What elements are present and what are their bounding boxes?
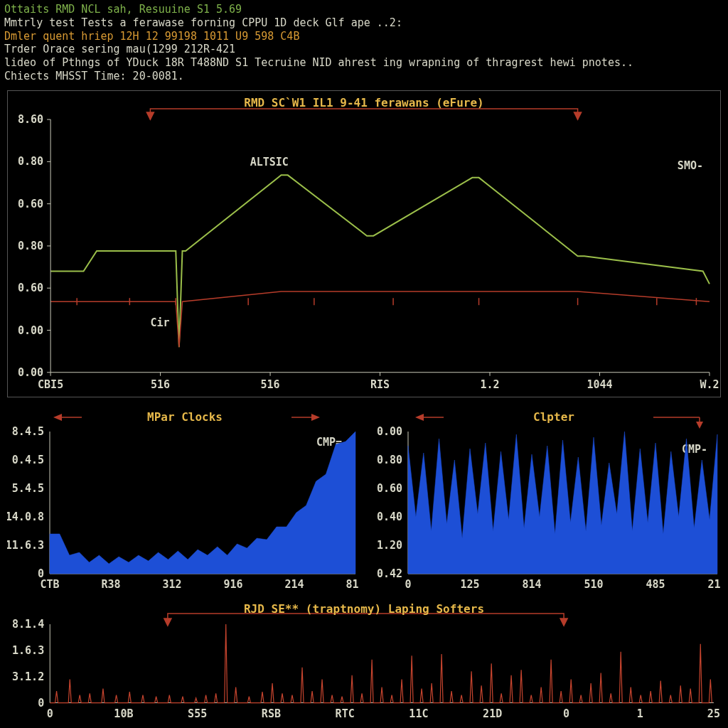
svg-text:RIS: RIS [370,378,390,390]
chart-top-yticks: 0.000.000.600.800.600.808.60 [18,113,50,379]
chart-bottom-svg: RJD SE** (traptnomy) Laping Softers 03.1… [7,603,721,721]
chart-top-xticks: CBI5516516RIS1.21044W.2 [38,372,719,390]
svg-text:8.60: 8.60 [18,113,43,126]
svg-text:R38: R38 [101,578,120,591]
chart-top-svg: RMD SC`W1 IL1 9-41 ferawans (eFure) 0.00… [8,91,720,397]
svg-text:516: 516 [261,378,280,390]
svg-text:516: 516 [151,378,170,390]
svg-text:CTB: CTB [40,578,59,591]
svg-text:0.00: 0.00 [18,323,43,336]
svg-text:214: 214 [284,578,304,591]
svg-marker-1 [574,112,582,119]
svg-text:0.60: 0.60 [18,282,43,294]
svg-marker-61 [415,414,424,421]
svg-text:3.1.2: 3.1.2 [12,670,44,682]
chart-mpar-xticks: CTBR38312916214816 [40,578,359,591]
svg-marker-45 [311,414,320,421]
svg-text:25: 25 [707,707,720,719]
svg-text:0: 0 [563,707,569,719]
svg-text:0: 0 [38,696,44,709]
chart-clpter-xticks: 0125814510485216 [405,578,721,591]
svg-text:10B: 10B [114,707,133,719]
header-line-0: Ottaits RMD NCL sah, Resuuine S1 5.69 [4,3,724,16]
chart-mpar-svg: MPar Clocks CMP= 011.6.314.0.85.4.50.4.5… [7,403,359,599]
header-line-1: Mmtrly test Tests a ferawase forning CPP… [4,16,724,30]
chart-clpter-panel: Clpter CMP- 0.421.200.400.600.800.00 012… [369,403,721,599]
svg-text:8.4.5: 8.4.5 [12,425,44,438]
chart-mpar-plot [50,432,355,574]
svg-text:0: 0 [47,707,53,719]
svg-text:S55: S55 [188,707,207,719]
svg-text:1.6.3: 1.6.3 [12,643,44,656]
svg-text:0.80: 0.80 [18,155,43,168]
svg-text:0.80: 0.80 [377,454,402,466]
header-line-4: lideo of Pthngs of YDuck 18R T488ND S1 T… [4,56,724,70]
svg-text:216: 216 [707,578,721,591]
chart-mpar-panel: MPar Clocks CMP= 011.6.314.0.85.4.50.4.5… [7,403,359,599]
chart-bottom-title: RJD SE** (traptnomy) Laping Softers [244,603,484,616]
svg-text:8.1.4: 8.1.4 [12,618,44,631]
legend-cir: Cir [150,316,169,328]
chart-clpter-plot [408,432,717,574]
svg-marker-79 [164,619,171,626]
svg-text:0.60: 0.60 [377,482,402,495]
svg-text:1: 1 [637,707,643,719]
svg-text:485: 485 [646,578,665,591]
svg-marker-64 [696,422,703,429]
svg-text:0.40: 0.40 [377,510,402,523]
header-line-5: Chiects MHSST Time: 20-0081. [4,70,724,83]
chart-bottom-xticks: 010BS55RSBRTC11C21D0125 [47,707,720,719]
svg-text:1.20: 1.20 [377,539,402,552]
svg-text:11.6.3: 11.6.3 [7,539,44,552]
svg-text:RSB: RSB [262,707,281,719]
svg-text:0.00: 0.00 [18,365,43,378]
bracket-top [146,109,581,119]
svg-text:814: 814 [522,578,541,591]
svg-text:1.2: 1.2 [480,378,499,390]
chart-row-middle: MPar Clocks CMP= 011.6.314.0.85.4.50.4.5… [7,403,721,599]
svg-text:14.0.8: 14.0.8 [7,510,44,523]
svg-text:0: 0 [405,578,411,591]
svg-text:5.4.5: 5.4.5 [12,482,44,495]
chart-clpter-yticks: 0.421.200.400.600.800.00 [377,425,402,580]
svg-text:0.80: 0.80 [18,239,43,252]
svg-text:0.42: 0.42 [377,567,402,580]
legend-smo: SMO- [678,159,703,172]
chart-mpar-title: MPar Clocks [147,410,223,424]
svg-text:510: 510 [584,578,603,591]
svg-text:816: 816 [346,578,359,591]
chart-top-title: RMD SC`W1 IL1 9-41 ferawans (eFure) [244,96,483,109]
svg-text:RTC: RTC [336,707,355,719]
chart-clpter-svg: Clpter CMP- 0.421.200.400.600.800.00 012… [369,403,721,599]
svg-text:W.2: W.2 [700,378,719,390]
svg-text:0.4.5: 0.4.5 [12,454,44,466]
chart-bottom-plot [50,624,712,702]
svg-text:312: 312 [162,578,181,591]
svg-text:21D: 21D [483,707,502,719]
terminal-header: Ottaits RMD NCL sah, Resuuine S1 5.69 Mm… [0,0,728,85]
svg-marker-0 [146,112,154,119]
chart-clpter-title: Clpter [533,410,574,424]
svg-text:1044: 1044 [587,378,612,390]
chart-top-panel: RMD SC`W1 IL1 9-41 ferawans (eFure) 0.00… [7,90,721,397]
chart-bottom-panel: RJD SE** (traptnomy) Laping Softers 03.1… [7,603,721,720]
header-line-2: Dmler quent hriep 12H 12 99198 1011 U9 5… [4,30,724,43]
svg-text:0.60: 0.60 [18,197,43,210]
chart-top-plot [50,175,710,347]
svg-marker-80 [560,619,567,626]
svg-text:125: 125 [460,578,479,591]
svg-text:0.00: 0.00 [377,425,402,438]
header-line-3: Trder Orace sering mau(1299 212R-421 [4,43,724,56]
chart-bottom-yticks: 03.1.21.6.38.1.4 [12,618,44,709]
legend-altsic: ALTSIC [250,156,289,168]
svg-marker-43 [53,414,62,421]
svg-text:916: 916 [223,578,242,591]
svg-text:CBI5: CBI5 [38,378,63,390]
chart-mpar-yticks: 011.6.314.0.85.4.50.4.58.4.5 [7,425,44,580]
svg-text:11C: 11C [409,707,428,719]
